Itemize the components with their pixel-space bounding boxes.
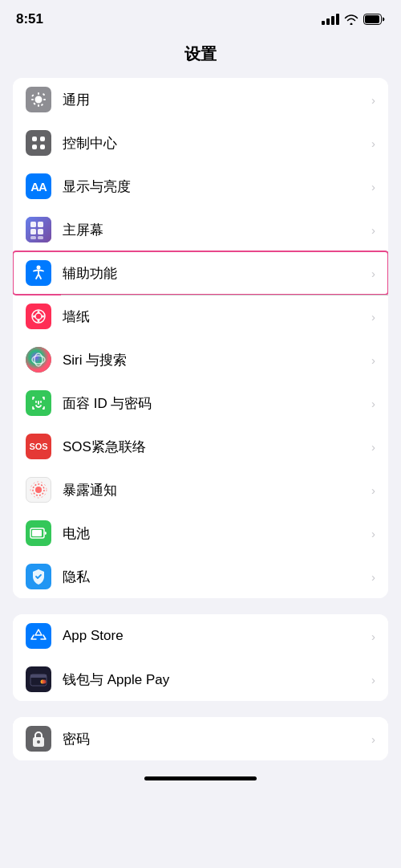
control-label: 控制中心 (63, 134, 371, 153)
siri-icon (26, 347, 51, 373)
settings-item-display[interactable]: AA 显示与亮度 › (13, 165, 388, 208)
sos-icon: SOS (26, 434, 51, 459)
settings-group-apps: App Store › 钱包与 Apple Pay › (13, 614, 388, 701)
wallpaper-icon (26, 304, 51, 329)
svg-rect-22 (38, 236, 43, 239)
settings-item-sos[interactable]: SOS SOS紧急联络 › (13, 425, 388, 468)
privacy-icon (26, 564, 51, 589)
svg-rect-39 (30, 674, 47, 678)
display-label: 显示与亮度 (63, 177, 371, 196)
general-icon (26, 87, 51, 112)
settings-item-privacy[interactable]: 隐私 › (13, 555, 388, 598)
status-icons (322, 14, 385, 25)
control-icon (26, 130, 51, 156)
settings-item-control[interactable]: 控制中心 › (13, 121, 388, 165)
faceid-chevron: › (371, 397, 375, 410)
general-label: 通用 (63, 91, 371, 109)
svg-point-43 (37, 740, 40, 744)
svg-point-27 (38, 320, 40, 322)
settings-item-password[interactable]: 密码 › (13, 717, 388, 760)
sos-label: SOS紧急联络 (63, 438, 371, 456)
exposure-label: 暴露通知 (63, 481, 371, 499)
wifi-icon (344, 14, 358, 25)
svg-rect-21 (30, 236, 36, 239)
svg-point-26 (38, 311, 40, 313)
svg-point-23 (37, 266, 41, 270)
exposure-chevron: › (371, 483, 375, 497)
svg-rect-15 (40, 145, 45, 149)
svg-point-30 (26, 347, 51, 373)
svg-rect-17 (30, 222, 36, 227)
wallet-label: 钱包与 Apple Pay (63, 670, 371, 689)
settings-item-exposure[interactable]: 暴露通知 › (13, 468, 388, 511)
appstore-label: App Store (63, 628, 371, 644)
faceid-icon (26, 390, 51, 416)
svg-rect-1 (365, 15, 379, 23)
wallpaper-chevron: › (371, 310, 375, 324)
homescreen-icon (26, 217, 51, 242)
battery-icon-settings (26, 520, 51, 546)
svg-rect-20 (38, 229, 43, 234)
signal-icon (322, 14, 339, 25)
settings-item-siri[interactable]: Siri 与搜索 › (13, 338, 388, 381)
wallet-icon (26, 666, 51, 692)
svg-rect-10 (33, 102, 36, 105)
svg-rect-19 (30, 229, 36, 234)
home-indicator (144, 776, 257, 780)
battery-chevron: › (371, 527, 375, 540)
battery-icon (363, 14, 385, 25)
password-chevron: › (371, 732, 375, 746)
svg-rect-3 (38, 92, 39, 95)
svg-rect-37 (32, 530, 42, 536)
page-header: 设置 (0, 34, 401, 78)
settings-item-general[interactable]: 通用 › (13, 78, 388, 121)
status-time: 8:51 (16, 11, 43, 27)
homescreen-label: 主屏幕 (63, 221, 371, 239)
exposure-icon (26, 477, 51, 503)
settings-item-wallpaper[interactable]: 墙纸 › (13, 295, 388, 338)
control-chevron: › (371, 137, 375, 150)
settings-item-appstore[interactable]: App Store › (13, 614, 388, 658)
wallpaper-label: 墙纸 (63, 308, 371, 326)
settings-item-accessibility[interactable]: 辅助功能 › (13, 251, 388, 295)
svg-rect-6 (43, 99, 46, 100)
faceid-label: 面容 ID 与密码 (63, 394, 371, 413)
general-chevron: › (371, 93, 375, 107)
display-icon: AA (26, 173, 51, 199)
settings-item-faceid[interactable]: 面容 ID 与密码 › (13, 381, 388, 425)
svg-rect-13 (40, 137, 45, 141)
svg-rect-14 (32, 145, 37, 149)
settings-item-homescreen[interactable]: 主屏幕 › (13, 208, 388, 251)
svg-rect-4 (38, 104, 39, 107)
accessibility-label: 辅助功能 (63, 264, 371, 283)
sos-chevron: › (371, 440, 375, 454)
homescreen-chevron: › (371, 223, 375, 237)
svg-point-41 (43, 680, 47, 684)
password-label: 密码 (63, 730, 371, 748)
privacy-chevron: › (371, 570, 375, 584)
svg-rect-5 (31, 99, 34, 100)
appstore-chevron: › (371, 630, 375, 643)
svg-rect-12 (32, 137, 37, 141)
svg-point-28 (33, 316, 35, 318)
wallet-chevron: › (371, 673, 375, 687)
siri-label: Siri 与搜索 (63, 351, 371, 369)
accessibility-chevron: › (371, 267, 375, 280)
battery-label: 电池 (63, 524, 371, 543)
password-icon (26, 726, 51, 752)
settings-group-main: 通用 › 控制中心 › AA 显示与亮度 › (13, 78, 388, 598)
svg-rect-18 (38, 222, 43, 227)
svg-point-25 (35, 313, 42, 320)
svg-point-33 (35, 487, 42, 493)
privacy-label: 隐私 (63, 568, 371, 586)
settings-item-battery[interactable]: 电池 › (13, 511, 388, 555)
appstore-icon (26, 623, 51, 649)
svg-rect-7 (31, 94, 34, 97)
svg-point-29 (42, 316, 44, 318)
siri-chevron: › (371, 353, 375, 367)
settings-item-wallet[interactable]: 钱包与 Apple Pay › (13, 658, 388, 701)
settings-group-password: 密码 › (13, 717, 388, 760)
accessibility-icon (26, 260, 51, 286)
page-title: 设置 (184, 45, 217, 63)
svg-rect-9 (43, 93, 46, 96)
